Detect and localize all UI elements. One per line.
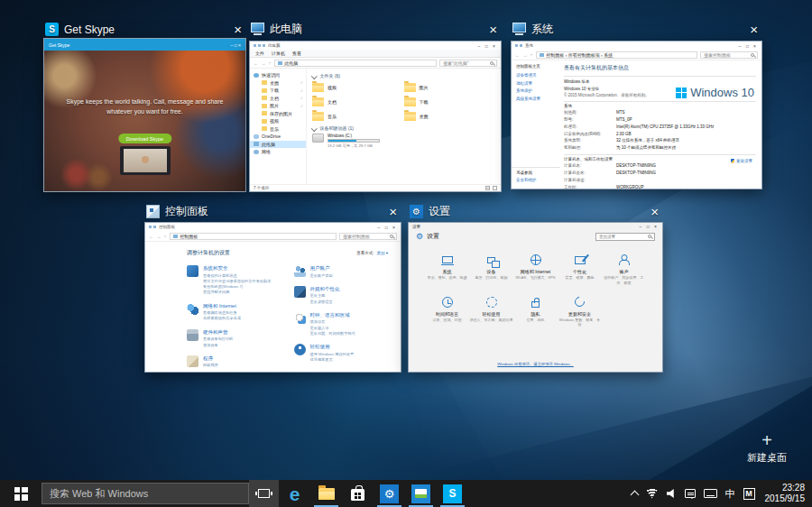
- nav-item-label: 此电脑: [262, 142, 275, 147]
- action-center-icon[interactable]: [685, 489, 696, 498]
- new-desktop-button[interactable]: + 新建桌面: [734, 431, 799, 465]
- settings-category: 网络和 Internet WLAN、飞行模式、VPN: [514, 253, 558, 286]
- see-also-box: 另请参阅 安全和维护: [512, 167, 560, 189]
- drives-section-header: 设备和驱动器 (1): [312, 125, 495, 131]
- ribbon-tab: 查看: [292, 51, 301, 56]
- info-key: 工作组:: [564, 185, 616, 189]
- category-sublink: 选择家庭组和共享选项: [203, 316, 241, 321]
- info-value: DESKTOP-TN8N9NG: [616, 171, 756, 177]
- windows-flag-icon: [676, 88, 687, 98]
- category-title: 网络和 Internet: [203, 303, 241, 309]
- taskbar-search[interactable]: [42, 483, 249, 504]
- close-icon[interactable]: ×: [486, 23, 500, 36]
- ribbon-tab: 文件: [255, 51, 264, 56]
- settings-gear-icon: ⚙: [380, 484, 399, 503]
- category-icon: [187, 355, 198, 367]
- pin-icon: ✓: [300, 80, 303, 85]
- taskbar-photos-button[interactable]: [405, 480, 437, 507]
- system-info-rows: 制造商:MTS型号:MTS_0P处理器:Intel(R) Atom(TM) CP…: [564, 110, 756, 152]
- taskbar-store-button[interactable]: [342, 480, 374, 507]
- category-title: 外观和个性化: [310, 286, 340, 292]
- view-toggle-icons: [485, 186, 497, 190]
- search-placeholder: 搜索控制面板: [343, 234, 370, 239]
- folder-name: 音乐: [328, 114, 337, 119]
- nav-item: 下载 ✓: [250, 87, 306, 95]
- settings-category-desc: 位置、相机: [527, 318, 545, 323]
- control-panel-left-column: 系统和安全 查看你的计算机状态通过文件历史记录保存你的文件备份副本备份和还原(W…: [187, 265, 294, 373]
- skype-headline: Skype keeps the world talking. Call, mes…: [44, 97, 245, 116]
- category-sublink: 查看设备和打印机: [203, 336, 234, 342]
- window-control-panel[interactable]: 控制面板 – □ × ← → ↑ 控制面板 搜索控制面板 调整计算机的设置 查看…: [144, 222, 401, 373]
- thumbnail-title: 控制面板: [165, 204, 208, 219]
- skype-page: Skype keeps the world talking. Call, mes…: [44, 51, 245, 191]
- category: 系统和安全 查看你的计算机状态通过文件历史记录保存你的文件备份副本备份和还原(W…: [187, 265, 294, 296]
- activation-notice-link: Windows 没有激活。请立即激活 Windows。: [409, 362, 662, 366]
- ime-badge[interactable]: M: [743, 488, 755, 500]
- nav-item: 此电脑: [250, 141, 306, 149]
- nav-item-icon: [262, 111, 267, 115]
- computer-section-label: 计算机名、域和工作组设置: [564, 157, 756, 161]
- category-title: 轻松使用: [310, 344, 355, 350]
- wifi-icon[interactable]: [646, 489, 659, 499]
- drive-item: Windows (C:) 13.2 GB 可用，共 29.7 GB: [312, 134, 495, 148]
- nav-item-icon: [262, 88, 267, 93]
- settings-gear-icon: ⚙: [410, 205, 423, 218]
- close-icon[interactable]: ×: [648, 205, 661, 218]
- taskbar-edge-button[interactable]: e: [279, 480, 310, 507]
- category-icon: [294, 344, 306, 355]
- category-icon: [294, 286, 306, 298]
- settings-category-name: 网络和 Internet: [521, 269, 550, 274]
- task-view-button[interactable]: [249, 480, 279, 507]
- taskbar-skype-button[interactable]: S: [437, 480, 468, 507]
- folder-item: 桌面: [404, 110, 496, 122]
- nav-item: 网络: [250, 148, 306, 156]
- system-tray: 中 M 23:28 2015/9/15: [632, 480, 812, 507]
- control-panel-columns: 系统和安全 查看你的计算机状态通过文件历史记录保存你的文件备份副本备份和还原(W…: [187, 265, 401, 373]
- taskbar-clock[interactable]: 23:28 2015/9/15: [765, 483, 806, 505]
- control-panel-icon: [540, 53, 544, 57]
- skype-icon: S: [45, 23, 59, 36]
- start-button[interactable]: [0, 480, 42, 507]
- control-panel-titlebar: 控制面板 – □ ×: [145, 223, 401, 231]
- ime-mode-indicator[interactable]: 中: [725, 487, 735, 501]
- settings-category-icon: [486, 297, 497, 308]
- system-section-label: 系统: [564, 104, 756, 108]
- windows-logo-icon: [14, 487, 28, 501]
- control-panel-headrow: 调整计算机的设置 查看方式:类别 ▾: [187, 249, 388, 257]
- window-get-skype[interactable]: Get Skype – □ × Skype keeps the world ta…: [43, 38, 246, 192]
- thumbnail-header: ⚙ 设置 ×: [408, 203, 663, 220]
- category-sublink: 更改桌面背景: [310, 300, 340, 305]
- tray-chevron-icon[interactable]: [630, 491, 639, 500]
- close-icon[interactable]: ×: [386, 205, 400, 218]
- nav-item-label: 保存的图片: [270, 111, 292, 116]
- explorer-status-bar: 7 个项目: [250, 184, 501, 191]
- nav-arrows-icon: ← → ↑: [149, 234, 167, 239]
- nav-item-icon: [254, 142, 259, 146]
- edge-icon: e: [290, 484, 300, 503]
- thumbnail-control-panel: 控制面板 × 控制面板 – □ × ← → ↑ 控制面板 搜索控制面板 调整计算…: [144, 203, 401, 373]
- address-box: 此电脑: [274, 60, 437, 67]
- window-this-pc[interactable]: 此电脑 – □ × 文件计算机查看 ← → ↑ 此电脑 搜索"此电脑" 快速访问: [249, 41, 502, 192]
- explorer-nav-pane: 快速访问 桌面 ✓ 下载 ✓: [250, 69, 307, 184]
- settings-category-desc: 语音、区域、日期: [433, 318, 462, 323]
- taskbar-settings-button[interactable]: ⚙: [374, 480, 405, 507]
- drive-usage-bar: [328, 139, 380, 143]
- window-system[interactable]: 系统 – □ × ← → ↑ 控制面板 › 所有控制面板项 › 系统 搜索控制面…: [511, 41, 762, 189]
- settings-category-desc: WLAN、飞行模式、VPN: [516, 275, 556, 281]
- window-settings[interactable]: 设置 – □ × ⚙ 设置 查找设置 系统 显示、通知、应用、电源 设备 蓝牙、…: [408, 222, 663, 373]
- close-icon[interactable]: ×: [747, 23, 761, 36]
- thumbnail-header: 此电脑 ×: [249, 21, 502, 38]
- taskbar-file-explorer-button[interactable]: [310, 480, 342, 507]
- thumbnail-settings: ⚙ 设置 × 设置 – □ × ⚙ 设置 查找设置 系统 显示、通知、应用、电源: [408, 203, 663, 373]
- touch-keyboard-icon[interactable]: [704, 489, 717, 498]
- search-input[interactable]: [50, 488, 241, 499]
- category-icon: [187, 303, 198, 315]
- close-icon[interactable]: ×: [231, 23, 245, 36]
- settings-category-icon: [442, 297, 453, 308]
- volume-icon[interactable]: [667, 489, 677, 498]
- category: 网络和 Internet 查看网络状态和任务选择家庭组和共享选项: [187, 303, 294, 322]
- explorer-body: 快速访问 桌面 ✓ 下载 ✓: [250, 69, 501, 184]
- window-controls: – □ ×: [378, 225, 398, 230]
- settings-category-icon-wrap: [575, 295, 585, 309]
- nav-item: 音乐: [250, 125, 306, 134]
